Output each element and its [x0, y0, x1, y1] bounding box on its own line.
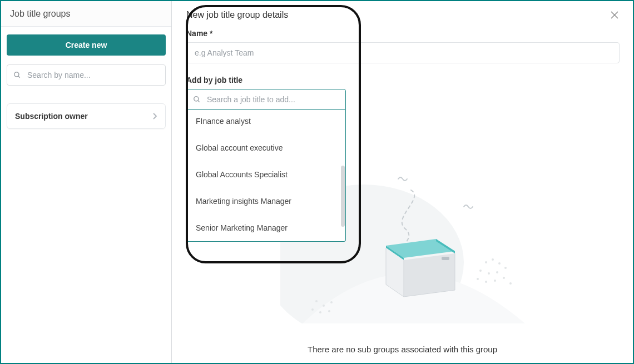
svg-point-15	[315, 300, 318, 302]
svg-point-8	[496, 271, 498, 273]
svg-point-4	[492, 258, 494, 261]
job-title-option[interactable]: Marketing insights Manager	[187, 188, 345, 215]
svg-point-3	[485, 261, 487, 263]
job-title-option[interactable]: Senior Marketing Manager	[187, 215, 345, 241]
svg-point-11	[485, 281, 487, 283]
name-input[interactable]	[186, 42, 620, 63]
app-frame: Job title groups Create new Subscription…	[0, 0, 634, 364]
box-icon	[386, 239, 455, 297]
group-item-label: Subscription owner	[15, 112, 88, 121]
job-title-option[interactable]: FInance analyst	[187, 110, 345, 134]
job-title-dropdown: FInance analyst Global account executive…	[186, 110, 346, 242]
close-button[interactable]	[610, 10, 620, 20]
svg-point-6	[479, 270, 482, 272]
add-by-job-title-section: Add by job title FInance analyst Global …	[186, 76, 620, 242]
add-by-job-title-label: Add by job title	[186, 76, 620, 84]
sidebar-search	[7, 64, 166, 86]
detail-header: New job title group details	[172, 1, 633, 24]
chevron-right-icon	[153, 113, 157, 119]
sidebar: Job title groups Create new Subscription…	[1, 1, 172, 363]
close-icon	[610, 10, 620, 20]
svg-line-1	[18, 76, 20, 78]
svg-point-7	[488, 272, 490, 275]
group-list-item[interactable]: Subscription owner	[7, 103, 166, 129]
svg-point-17	[330, 301, 333, 303]
search-icon	[13, 71, 21, 79]
dropdown-scrollbar[interactable]	[341, 166, 345, 227]
svg-point-0	[14, 72, 19, 77]
svg-rect-26	[442, 257, 449, 260]
job-title-search	[186, 89, 346, 110]
job-title-option[interactable]: Global account executive	[187, 134, 345, 161]
svg-point-20	[328, 310, 330, 312]
main-panel: New job title group details Name * Add b…	[172, 1, 633, 363]
svg-point-5	[498, 262, 501, 265]
job-title-search-input[interactable]	[186, 89, 346, 110]
empty-state-message: There are no sub groups associated with …	[172, 345, 633, 354]
sidebar-title: Job title groups	[1, 1, 171, 27]
search-icon	[193, 96, 201, 103]
svg-point-9	[504, 267, 507, 269]
svg-point-10	[477, 278, 479, 280]
svg-point-29	[194, 97, 199, 101]
svg-point-14	[509, 282, 512, 285]
name-label: Name *	[186, 29, 620, 38]
detail-title: New job title group details	[186, 10, 288, 20]
job-title-option[interactable]: Global Accounts Specialist	[187, 161, 345, 188]
create-new-button[interactable]: Create new	[7, 34, 166, 56]
detail-form: Name * Add by job title FInance analyst …	[172, 24, 633, 242]
svg-line-30	[198, 101, 200, 102]
svg-point-19	[319, 311, 321, 313]
svg-point-13	[503, 277, 505, 279]
svg-point-18	[311, 308, 314, 311]
sidebar-body: Create new Subscription owner	[1, 27, 171, 137]
svg-point-12	[494, 280, 496, 282]
sidebar-search-input[interactable]	[7, 64, 166, 86]
svg-point-16	[323, 305, 325, 307]
